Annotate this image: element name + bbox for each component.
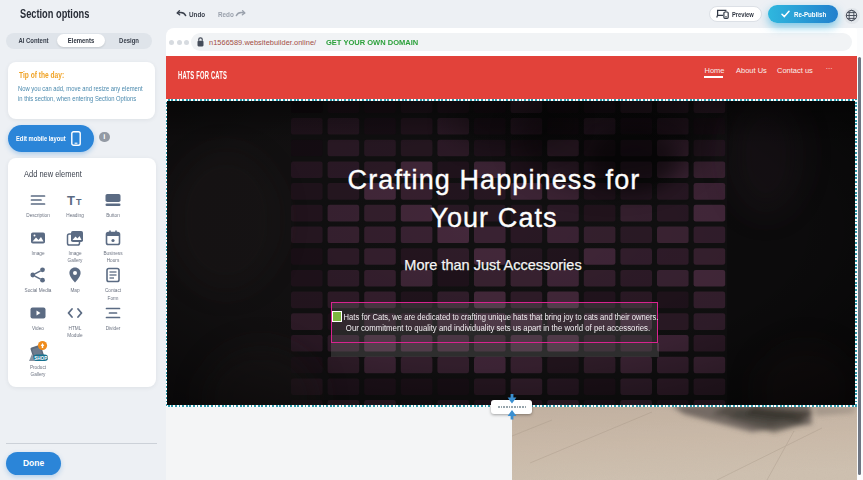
svg-text:T: T (67, 192, 75, 207)
svg-text:T: T (76, 196, 82, 206)
svg-text:SHOP: SHOP (34, 355, 47, 360)
